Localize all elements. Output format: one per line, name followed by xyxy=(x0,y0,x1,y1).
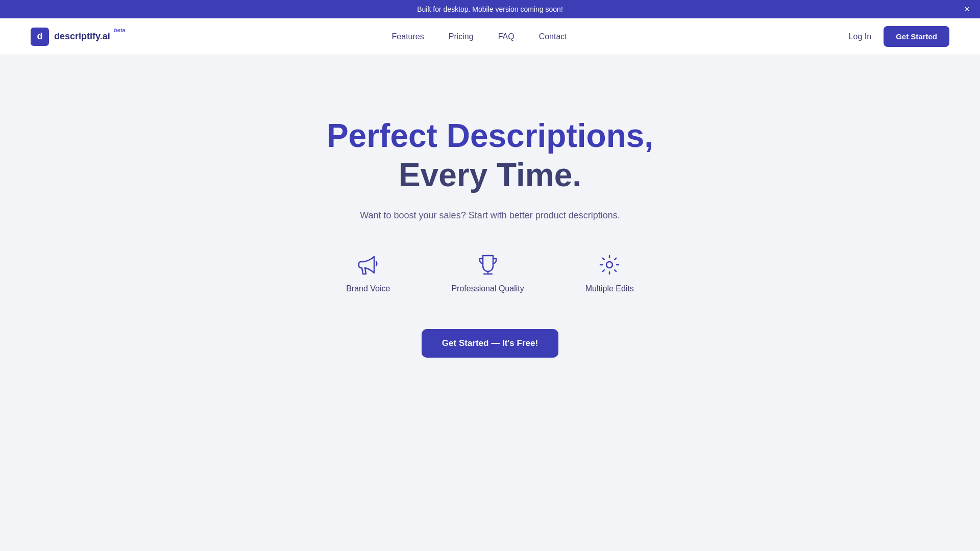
feature-brand-voice: Brand Voice xyxy=(346,252,390,293)
nav-item-features[interactable]: Features xyxy=(392,32,424,41)
gear-icon xyxy=(596,252,623,278)
logo-text-wrapper: descriptify.ai beta xyxy=(54,31,110,42)
feature-multiple-edits: Multiple Edits xyxy=(585,252,634,293)
logo-beta: beta xyxy=(114,27,126,33)
professional-quality-label: Professional Quality xyxy=(451,284,524,293)
login-button[interactable]: Log In xyxy=(849,32,871,41)
feature-professional-quality: Professional Quality xyxy=(451,252,524,293)
announcement-banner: Built for desktop. Mobile version coming… xyxy=(0,0,980,18)
nav-links: Features Pricing FAQ Contact xyxy=(392,32,567,41)
hero-title-line1: Perfect Descriptions, xyxy=(327,117,653,154)
megaphone-icon xyxy=(355,252,381,278)
hero-title-line2: Every Time. xyxy=(399,157,581,193)
logo-link[interactable]: d descriptify.ai beta xyxy=(31,28,110,46)
nav-link-pricing[interactable]: Pricing xyxy=(449,32,474,41)
get-started-nav-button[interactable]: Get Started xyxy=(884,26,949,47)
navbar: d descriptify.ai beta Features Pricing F… xyxy=(0,18,980,55)
nav-link-contact[interactable]: Contact xyxy=(539,32,567,41)
nav-link-features[interactable]: Features xyxy=(392,32,424,41)
multiple-edits-label: Multiple Edits xyxy=(585,284,634,293)
nav-actions: Log In Get Started xyxy=(849,26,949,47)
trophy-icon xyxy=(475,252,501,278)
logo-text: descriptify.ai xyxy=(54,31,110,41)
nav-link-faq[interactable]: FAQ xyxy=(498,32,514,41)
nav-item-contact[interactable]: Contact xyxy=(539,32,567,41)
brand-voice-label: Brand Voice xyxy=(346,284,390,293)
nav-item-pricing[interactable]: Pricing xyxy=(449,32,474,41)
features-row: Brand Voice Professional Quality xyxy=(346,252,634,293)
logo-icon: d xyxy=(31,28,49,46)
banner-close-button[interactable]: × xyxy=(964,5,970,14)
svg-point-0 xyxy=(606,262,612,268)
banner-text: Built for desktop. Mobile version coming… xyxy=(417,5,563,13)
hero-cta-button[interactable]: Get Started — It's Free! xyxy=(422,329,558,358)
nav-item-faq[interactable]: FAQ xyxy=(498,32,514,41)
hero-section: Perfect Descriptions, Every Time. Want t… xyxy=(0,55,980,398)
hero-subtitle: Want to boost your sales? Start with bet… xyxy=(360,210,620,221)
hero-title: Perfect Descriptions, Every Time. xyxy=(327,116,653,195)
